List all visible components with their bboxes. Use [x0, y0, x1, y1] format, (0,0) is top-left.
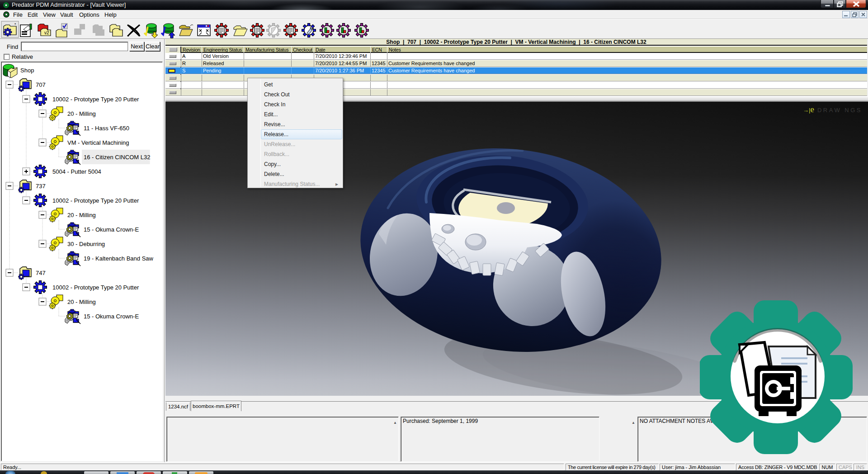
- svg-text:20 - Milling: 20 - Milling: [67, 299, 96, 305]
- svg-text:10002 - Prototype Type 20 Putt: 10002 - Prototype Type 20 Putter: [52, 284, 139, 291]
- svg-text:15 - Okuma Crown-E: 15 - Okuma Crown-E: [84, 226, 139, 233]
- svg-text:VM - Vertical Machining: VM - Vertical Machining: [67, 139, 129, 146]
- svg-text:19 - Kaltenbach Band Saw: 19 - Kaltenbach Band Saw: [84, 255, 154, 262]
- svg-text:16 - Citizen CINCOM L32: 16 - Citizen CINCOM L32: [84, 154, 150, 161]
- svg-text:20 - Milling: 20 - Milling: [67, 212, 96, 218]
- svg-text:15 - Okuma Crown-E: 15 - Okuma Crown-E: [84, 313, 139, 320]
- svg-text:20 - Milling: 20 - Milling: [67, 110, 96, 117]
- svg-text:*: *: [14, 22, 16, 27]
- svg-text:v2: v2: [44, 30, 49, 35]
- svg-text:5004 - Putter 5004: 5004 - Putter 5004: [52, 168, 101, 175]
- svg-text:737: 737: [36, 183, 46, 190]
- svg-text:707: 707: [36, 81, 46, 88]
- svg-text:30 - Deburring: 30 - Deburring: [67, 241, 105, 247]
- svg-text:747: 747: [36, 270, 46, 276]
- svg-text:10002 - Prototype Type 20 Putt: 10002 - Prototype Type 20 Putter: [52, 197, 139, 204]
- svg-text:10002 - Prototype Type 20 Putt: 10002 - Prototype Type 20 Putter: [52, 96, 139, 103]
- svg-text:Shop: Shop: [20, 67, 34, 74]
- svg-text:11 - Hass VF-650: 11 - Hass VF-650: [84, 125, 129, 132]
